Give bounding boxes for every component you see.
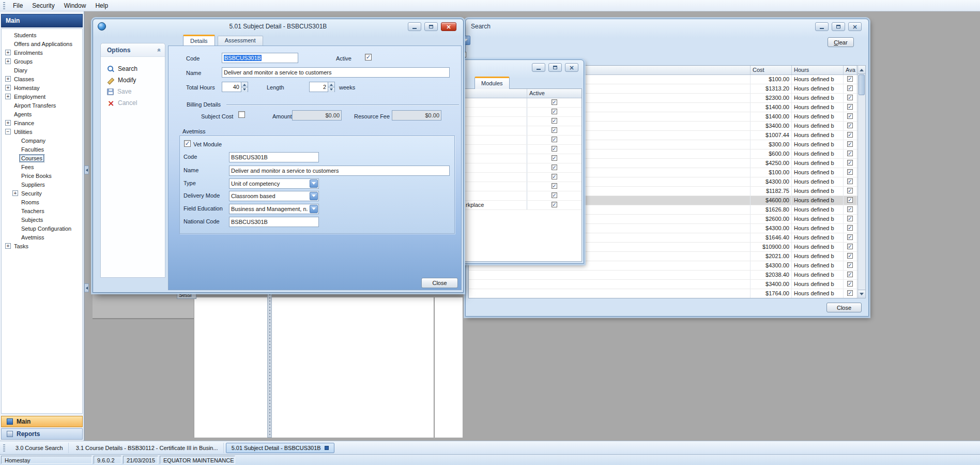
options-item-search[interactable]: Search [101,63,165,74]
available-checkbox[interactable]: ✓ [847,169,853,175]
length-stepper[interactable]: 2 [309,82,335,92]
module-row[interactable]: ✓ [447,154,581,163]
vertical-scrollbar[interactable] [858,65,866,298]
available-checkbox[interactable]: ✓ [847,253,853,259]
collapse-chevron-icon[interactable]: » [156,48,163,52]
close-button[interactable]: × [848,22,862,31]
available-checkbox[interactable]: ✓ [847,197,853,203]
menu-item-file[interactable]: File [8,1,27,11]
menu-grip[interactable] [3,2,5,9]
module-active-checkbox[interactable]: ✓ [552,109,557,114]
taskbar-tab-1[interactable]: 3.0 Course Search [10,443,69,453]
nav-button-reports[interactable]: Reports [1,428,83,440]
sidebar-item-utilities[interactable]: −Utilities [2,128,82,137]
minimize-button[interactable] [532,63,545,72]
module-row[interactable]: rkplace✓ [447,201,581,210]
dropdown-button[interactable] [310,192,318,200]
sidebar-item-subjects[interactable]: Subjects [2,216,82,224]
search-window-titlebar[interactable]: Search × [466,19,868,34]
amount-input[interactable]: $0.00 [292,110,342,121]
sidebar-item-enrolments[interactable]: +Enrolments [2,49,82,57]
available-checkbox[interactable]: ✓ [847,281,853,287]
available-checkbox[interactable]: ✓ [847,123,853,128]
available-checkbox[interactable]: ✓ [847,244,853,249]
dropdown-button[interactable] [310,205,318,213]
module-active-checkbox[interactable]: ✓ [552,174,557,179]
sidebar-item-classes[interactable]: +Classes [2,75,82,84]
available-checkbox[interactable]: ✓ [847,272,853,277]
available-checkbox[interactable]: ✓ [847,132,853,138]
minimize-button[interactable] [815,22,829,31]
module-active-checkbox[interactable]: ✓ [552,164,557,170]
subject-row[interactable]: $3400.00Hours defined b✓ [469,280,858,289]
dialog-titlebar[interactable]: 5.01 Subject Detail - BSBCUS301B × [93,19,463,34]
splitter-collapse-button[interactable] [84,283,89,292]
sidebar-item-fees[interactable]: Fees [2,163,82,172]
sidebar-item-finance[interactable]: +Finance [2,119,82,128]
sidebar-item-offers-and-applications[interactable]: Offers and Applications [2,40,82,49]
module-active-checkbox[interactable]: ✓ [552,192,557,198]
module-row[interactable]: ✓ [447,182,581,191]
name-input[interactable]: Deliver and monitor a service to custome… [222,67,450,78]
module-row[interactable]: ✓ [447,145,581,154]
spin-down-button[interactable] [328,87,334,92]
taskbar-tab-2[interactable]: 3.1 Course Details - BSB30112 - Certific… [71,443,224,453]
sidebar-item-security[interactable]: +Security [2,189,82,198]
menu-item-security[interactable]: Security [27,1,59,11]
delivery-mode-select[interactable]: Classroom based [229,191,319,201]
close-button[interactable]: × [441,22,456,31]
options-item-modify[interactable]: Modify [101,74,165,86]
modules-window-titlebar[interactable]: × [445,60,584,74]
taskbar-tab-3[interactable]: 5.01 Subject Detail - BSBCUS301B [226,443,334,453]
available-checkbox[interactable]: ✓ [847,95,853,100]
sidebar-item-groups[interactable]: +Groups [2,57,82,66]
tab-details[interactable]: Details [183,35,215,46]
nav-button-main[interactable]: Main [1,416,83,427]
sidebar-item-courses[interactable]: Courses [2,154,82,163]
sidebar-item-price-books[interactable]: Price Books [2,172,82,181]
search-close-button[interactable]: Close [826,303,862,312]
available-checkbox[interactable]: ✓ [847,113,853,119]
sidebar-item-setup-configuration[interactable]: Setup Configuration [2,224,82,233]
dropdown-button[interactable] [310,179,318,188]
module-active-checkbox[interactable]: ✓ [552,137,557,142]
field-education-select[interactable]: Business and Management, n.e. [229,204,319,214]
available-checkbox[interactable]: ✓ [847,76,853,82]
module-row[interactable]: ✓ [447,163,581,173]
tree-expand-icon[interactable]: + [5,50,11,55]
sidebar-item-rooms[interactable]: Rooms [2,198,82,207]
subject-row[interactable]: $1764.00Hours defined b✓ [469,289,858,298]
taskbar-grip[interactable] [3,444,5,452]
spin-up-button[interactable] [328,82,334,87]
subject-cost-checkbox[interactable] [238,111,245,118]
available-checkbox[interactable]: ✓ [847,85,853,91]
code-input[interactable]: BSBCUS301B [222,53,298,63]
active-checkbox[interactable]: ✓ [365,54,372,61]
available-checkbox[interactable]: ✓ [847,216,853,221]
total-hours-stepper[interactable]: 40 [222,82,248,92]
sidebar-item-homestay[interactable]: +Homestay [2,84,82,93]
available-checkbox[interactable]: ✓ [847,206,853,212]
close-button[interactable]: × [565,63,578,72]
tree-expand-icon[interactable]: + [5,76,11,82]
module-row[interactable]: ✓ [447,126,581,136]
module-active-checkbox[interactable]: ✓ [552,127,557,133]
module-active-checkbox[interactable]: ✓ [552,146,557,152]
vet-module-checkbox[interactable]: ✓ [184,140,191,147]
spin-down-button[interactable] [241,87,248,92]
available-checkbox[interactable]: ✓ [847,262,853,268]
module-active-checkbox[interactable]: ✓ [552,99,557,105]
tree-expand-icon[interactable]: + [12,190,18,196]
module-row[interactable]: ✓ [447,117,581,126]
sidebar-item-agents[interactable]: Agents [2,110,82,119]
available-checkbox[interactable]: ✓ [847,151,853,156]
dialog-close-button[interactable]: Close [421,278,458,288]
sidebar-item-suppliers[interactable]: Suppliers [2,181,82,189]
splitter-collapse-button[interactable] [84,166,89,174]
national-code-input[interactable]: BSBCUS301B [229,217,319,227]
subject-row[interactable]: $2038.40Hours defined b✓ [469,271,858,280]
scroll-up-button[interactable] [858,66,865,74]
tree-expand-icon[interactable]: + [5,85,11,91]
options-header[interactable]: Options » [101,43,165,57]
module-row[interactable]: ✓ [447,191,581,201]
